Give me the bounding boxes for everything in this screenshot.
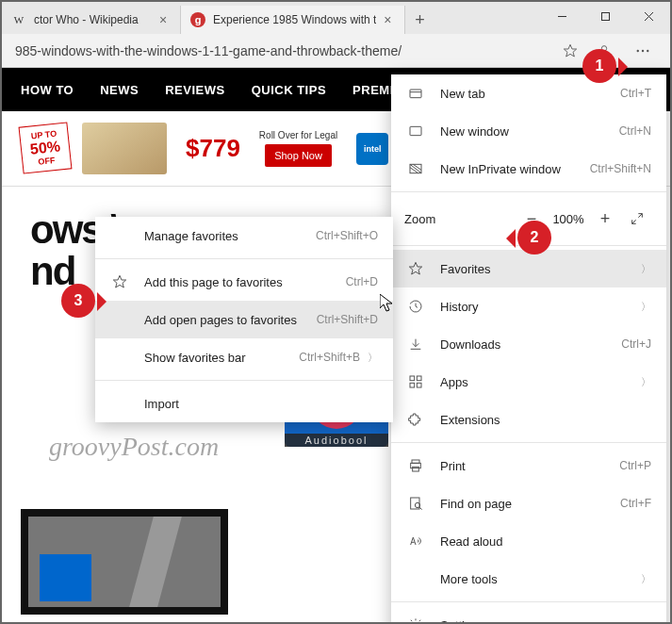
- svg-marker-18: [409, 262, 421, 274]
- star-icon: [406, 261, 425, 276]
- svg-line-16: [632, 220, 636, 223]
- chevron-right-icon: 〉: [641, 572, 651, 586]
- promo-badge: UP TO50%OFF: [19, 122, 73, 173]
- tab-wikipedia[interactable]: W ctor Who - Wikipedia ×: [2, 6, 181, 34]
- cursor-icon: [380, 294, 395, 313]
- annotation-callout-2: 2: [517, 221, 551, 255]
- svg-rect-11: [410, 126, 421, 135]
- new-tab-button[interactable]: +: [405, 6, 434, 34]
- article-image: [21, 509, 228, 615]
- nav-link[interactable]: QUICK TIPS: [252, 83, 326, 97]
- chevron-right-icon: 〉: [641, 300, 651, 314]
- shop-button[interactable]: Shop Now: [265, 144, 332, 167]
- favicon-groovypost: g: [190, 12, 205, 27]
- svg-rect-27: [413, 467, 419, 471]
- inprivate-icon: [406, 161, 425, 176]
- chevron-right-icon: 〉: [641, 375, 651, 389]
- search-icon: [406, 496, 425, 511]
- fullscreen-button[interactable]: [621, 203, 653, 235]
- gear-icon: [406, 617, 425, 624]
- svg-rect-9: [410, 90, 421, 98]
- history-icon: [406, 299, 425, 314]
- svg-point-6: [637, 49, 639, 51]
- svg-rect-23: [410, 383, 415, 387]
- annotation-callout-1: 1: [582, 49, 616, 83]
- svg-point-7: [642, 49, 644, 51]
- submenu-add-page[interactable]: Add this page to favoritesCtrl+D: [95, 263, 393, 301]
- window-icon: [406, 123, 425, 139]
- menu-find[interactable]: Find on pageCtrl+F: [391, 484, 666, 522]
- svg-marker-4: [564, 44, 576, 57]
- star-icon: [110, 274, 129, 289]
- chevron-right-icon: 〉: [641, 262, 651, 276]
- watermark-text: groovyPost.com: [49, 432, 219, 462]
- svg-line-17: [638, 214, 642, 218]
- menu-more-tools[interactable]: More tools〉: [391, 560, 666, 598]
- menu-new-tab[interactable]: New tabCtrl+T: [391, 74, 666, 112]
- apps-icon: [406, 374, 425, 389]
- tab-title: Experience 1985 Windows with t: [213, 13, 376, 26]
- menu-history[interactable]: History〉: [391, 287, 666, 325]
- url-field[interactable]: 985-windows-with-the-windows-1-11-game-a…: [8, 40, 553, 62]
- menu-new-inprivate[interactable]: New InPrivate windowCtrl+Shift+N: [391, 150, 666, 188]
- favorites-submenu: Manage favoritesCtrl+Shift+O Add this pa…: [95, 217, 393, 422]
- svg-marker-34: [113, 275, 125, 287]
- favicon-wikipedia: W: [11, 12, 26, 27]
- laptop-image: [82, 123, 167, 174]
- legal-text: Roll Over for Legal: [259, 130, 337, 140]
- print-icon: [406, 458, 425, 473]
- nav-link[interactable]: HOW TO: [21, 83, 74, 97]
- menu-favorites[interactable]: Favorites〉: [391, 250, 666, 287]
- chevron-right-icon: 〉: [368, 351, 378, 365]
- annotation-callout-3: 3: [61, 284, 95, 318]
- menu-read-aloud[interactable]: Read aloud: [391, 522, 666, 560]
- submenu-show-favorites-bar[interactable]: Show favorites barCtrl+Shift+B〉: [95, 338, 393, 376]
- title-bar: W ctor Who - Wikipedia × g Experience 19…: [2, 2, 670, 34]
- menu-apps[interactable]: Apps〉: [391, 363, 666, 401]
- close-window-button[interactable]: [627, 2, 670, 30]
- download-icon: [406, 337, 425, 352]
- price-text: $779: [186, 134, 240, 163]
- tab-groovypost[interactable]: g Experience 1985 Windows with t ×: [181, 6, 405, 34]
- close-icon[interactable]: ×: [156, 12, 171, 27]
- zoom-in-button[interactable]: +: [589, 203, 621, 235]
- tab-title: ctor Who - Wikipedia: [34, 13, 152, 26]
- svg-point-8: [647, 49, 648, 51]
- tab-icon: [406, 86, 425, 101]
- submenu-add-open-pages[interactable]: Add open pages to favoritesCtrl+Shift+D: [95, 301, 393, 338]
- svg-rect-24: [417, 383, 421, 387]
- address-bar: 985-windows-with-the-windows-1-11-game-a…: [2, 34, 670, 68]
- maximize-button[interactable]: [583, 2, 627, 30]
- window-controls: [540, 2, 670, 30]
- nav-link[interactable]: NEWS: [100, 83, 139, 97]
- submenu-manage-favorites[interactable]: Manage favoritesCtrl+Shift+O: [95, 217, 393, 255]
- menu-extensions[interactable]: Extensions: [391, 401, 666, 438]
- submenu-import[interactable]: Import: [95, 385, 393, 422]
- intel-badge: intel: [356, 133, 388, 165]
- read-aloud-icon: [406, 534, 425, 549]
- menu-new-window[interactable]: New windowCtrl+N: [391, 112, 666, 150]
- menu-downloads[interactable]: DownloadsCtrl+J: [391, 325, 666, 363]
- svg-rect-22: [417, 376, 421, 381]
- minimize-button[interactable]: [540, 2, 583, 30]
- menu-print[interactable]: PrintCtrl+P: [391, 447, 666, 484]
- extensions-icon: [406, 412, 425, 427]
- svg-rect-1: [601, 12, 609, 20]
- zoom-value: 100%: [548, 212, 589, 226]
- close-icon[interactable]: ×: [380, 12, 395, 27]
- nav-link[interactable]: REVIEWS: [165, 83, 224, 97]
- menu-settings[interactable]: Settings: [391, 606, 666, 624]
- settings-menu: New tabCtrl+T New windowCtrl+N New InPri…: [391, 74, 666, 624]
- svg-rect-21: [410, 376, 415, 381]
- favorite-star-icon[interactable]: [553, 37, 587, 65]
